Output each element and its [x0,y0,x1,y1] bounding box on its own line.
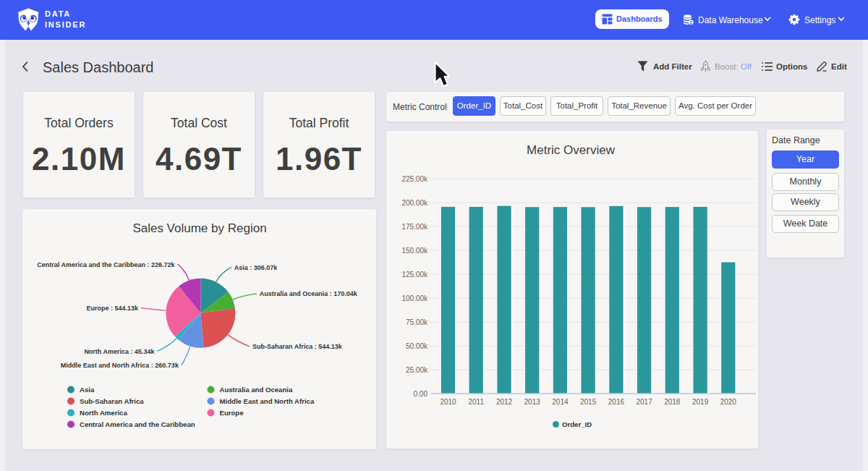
svg-text:150.00k: 150.00k [401,247,428,255]
svg-text:25.00k: 25.00k [406,366,428,374]
svg-text:50.00k: 50.00k [406,342,428,350]
svg-text:75.00k: 75.00k [406,318,428,326]
svg-text:175.00k: 175.00k [401,223,428,231]
svg-text:125.00k: 125.00k [401,271,428,279]
svg-text:200.00k: 200.00k [401,199,428,207]
svg-text:Order_ID: Order_ID [562,420,592,428]
svg-text:2017: 2017 [636,398,652,406]
svg-text:100.00k: 100.00k [401,294,428,302]
svg-text:2010: 2010 [440,398,456,406]
svg-text:2013: 2013 [524,398,541,406]
svg-text:2015: 2015 [580,398,597,406]
svg-text:2014: 2014 [552,398,569,406]
svg-text:2019: 2019 [692,398,709,406]
svg-text:2020: 2020 [720,398,737,406]
svg-text:2018: 2018 [664,398,681,406]
svg-text:2012: 2012 [496,398,513,406]
svg-text:Metric Overview: Metric Overview [527,143,616,157]
svg-text:225.00k: 225.00k [401,175,428,183]
svg-text:2011: 2011 [468,398,484,406]
svg-text:0.00: 0.00 [414,390,428,398]
svg-text:2016: 2016 [608,398,625,406]
